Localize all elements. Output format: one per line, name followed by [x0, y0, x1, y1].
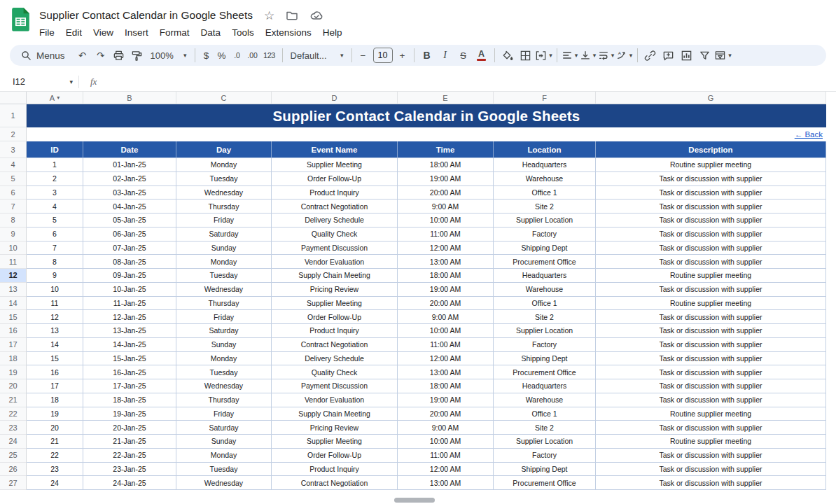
menu-tools[interactable]: Tools — [226, 26, 260, 39]
vertical-align-button[interactable]: ▾ — [579, 47, 597, 64]
cell[interactable]: Procurement Office — [494, 476, 596, 490]
cell[interactable]: Saturday — [176, 421, 272, 435]
sheet-header-time[interactable]: Time — [398, 141, 494, 158]
cell[interactable]: 18-Jan-25 — [83, 393, 176, 407]
cloud-status-icon[interactable] — [309, 9, 323, 22]
cell[interactable]: 9:00 AM — [398, 200, 494, 214]
sheet-header-location[interactable]: Location — [494, 141, 596, 158]
cell[interactable]: 11:00 AM — [398, 227, 494, 241]
cell[interactable]: Procurement Office — [494, 365, 596, 379]
cell[interactable]: Sunday — [176, 241, 272, 255]
cell[interactable]: 6 — [27, 227, 83, 241]
row-header-12[interactable]: 12 — [0, 269, 27, 283]
cell[interactable]: Contract Negotiation — [272, 200, 398, 214]
cell[interactable]: Task or discussion with supplier — [596, 449, 826, 463]
cell[interactable]: 20 — [27, 421, 83, 435]
cell[interactable]: 9:00 AM — [398, 421, 494, 435]
cell[interactable]: Office 1 — [494, 407, 596, 421]
row-header-25[interactable]: 25 — [0, 449, 27, 463]
cell[interactable]: Task or discussion with supplier — [596, 393, 826, 407]
cell[interactable]: 12-Jan-25 — [83, 310, 176, 324]
cell[interactable]: Task or discussion with supplier — [596, 324, 826, 338]
cell[interactable]: Task or discussion with supplier — [596, 214, 826, 227]
cell[interactable]: 21 — [27, 435, 83, 449]
menu-data[interactable]: Data — [195, 26, 227, 39]
cell[interactable]: Contract Negotiation — [272, 476, 398, 490]
cell[interactable]: Headquarters — [494, 158, 596, 172]
cell[interactable]: 05-Jan-25 — [83, 214, 176, 227]
sheets-logo-icon[interactable] — [11, 7, 30, 31]
increase-font-size-button[interactable]: + — [395, 47, 410, 64]
cell[interactable]: Product Inquiry — [272, 324, 398, 338]
cell[interactable]: Sunday — [176, 435, 272, 449]
cell[interactable]: Task or discussion with supplier — [596, 421, 826, 435]
cell[interactable]: Supplier Location — [494, 324, 596, 338]
row-header-18[interactable]: 18 — [0, 352, 27, 366]
cell[interactable]: Tuesday — [176, 463, 272, 477]
cell[interactable]: 15 — [27, 352, 83, 366]
column-header-A[interactable]: A▾ — [27, 92, 83, 104]
menu-extensions[interactable]: Extensions — [260, 26, 317, 39]
insert-link-button[interactable] — [641, 47, 660, 64]
cell[interactable]: Wednesday — [176, 476, 272, 490]
cell[interactable]: 11-Jan-25 — [83, 297, 176, 311]
row-header-1[interactable]: 1 — [0, 104, 27, 127]
cell[interactable]: 13:00 AM — [398, 365, 494, 379]
column-header-G[interactable]: G — [596, 92, 826, 104]
cell[interactable]: 19:00 AM — [398, 393, 494, 407]
cell[interactable]: 19-Jan-25 — [83, 407, 176, 421]
cell[interactable]: Sunday — [176, 338, 272, 352]
cell[interactable]: Procurement Office — [494, 255, 596, 269]
cell[interactable]: Task or discussion with supplier — [596, 338, 826, 352]
cell[interactable]: 23-Jan-25 — [83, 463, 176, 477]
paint-format-button[interactable] — [128, 47, 146, 64]
cell[interactable]: Wednesday — [176, 283, 272, 297]
text-wrap-button[interactable]: ▾ — [597, 47, 615, 64]
cell[interactable]: 13-Jan-25 — [83, 324, 176, 338]
star-icon[interactable]: ☆ — [264, 10, 274, 22]
cell[interactable]: Task or discussion with supplier — [596, 227, 826, 241]
undo-button[interactable]: ↶ — [74, 47, 92, 64]
row-header-27[interactable]: 27 — [0, 476, 27, 490]
sheet-header-description[interactable]: Description — [596, 141, 826, 158]
cell[interactable]: 1 — [27, 158, 83, 172]
cell[interactable]: Task or discussion with supplier — [596, 352, 826, 366]
cell[interactable]: 07-Jan-25 — [83, 241, 176, 255]
row-header-10[interactable]: 10 — [0, 241, 27, 255]
cell[interactable]: Supply Chain Meeting — [272, 269, 398, 283]
row-header-23[interactable]: 23 — [0, 421, 27, 435]
cell[interactable]: 17 — [27, 379, 83, 393]
column-header-D[interactable]: D — [272, 92, 398, 104]
cell[interactable]: Friday — [176, 310, 272, 324]
cell[interactable]: Quality Check — [272, 365, 398, 379]
cell[interactable]: Warehouse — [494, 283, 596, 297]
cell[interactable]: Vendor Evaluation — [272, 255, 398, 269]
cell[interactable]: Routine supplier meeting — [596, 407, 826, 421]
cell[interactable]: Supplier Meeting — [272, 297, 398, 311]
cell[interactable]: Site 2 — [494, 421, 596, 435]
cell[interactable]: 20-Jan-25 — [83, 421, 176, 435]
cell[interactable]: Task or discussion with supplier — [596, 463, 826, 477]
cell[interactable]: 2 — [27, 172, 83, 186]
cell[interactable]: Task or discussion with supplier — [596, 283, 826, 297]
cell[interactable]: Thursday — [176, 297, 272, 311]
redo-button[interactable]: ↷ — [92, 47, 110, 64]
cell[interactable]: Routine supplier meeting — [596, 158, 826, 172]
grid-corner[interactable] — [0, 92, 27, 104]
sheet-header-id[interactable]: ID — [27, 141, 83, 158]
cell[interactable]: 12 — [27, 310, 83, 324]
move-folder-icon[interactable] — [286, 9, 298, 22]
cell[interactable]: Order Follow-Up — [272, 172, 398, 186]
cell[interactable]: 10 — [27, 283, 83, 297]
cell[interactable]: 20:00 AM — [398, 186, 494, 200]
row-header-4[interactable]: 4 — [0, 158, 27, 172]
cell[interactable]: Contract Negotiation — [272, 338, 398, 352]
cell[interactable]: Supplier Meeting — [272, 158, 398, 172]
menu-help[interactable]: Help — [317, 26, 348, 39]
cell[interactable]: 04-Jan-25 — [83, 200, 176, 214]
cell[interactable]: 20:00 AM — [398, 297, 494, 311]
cell[interactable]: 10:00 AM — [398, 324, 494, 338]
name-box[interactable]: I12 ▾ — [0, 76, 78, 87]
cell[interactable]: Order Follow-Up — [272, 310, 398, 324]
menu-insert[interactable]: Insert — [119, 26, 154, 39]
